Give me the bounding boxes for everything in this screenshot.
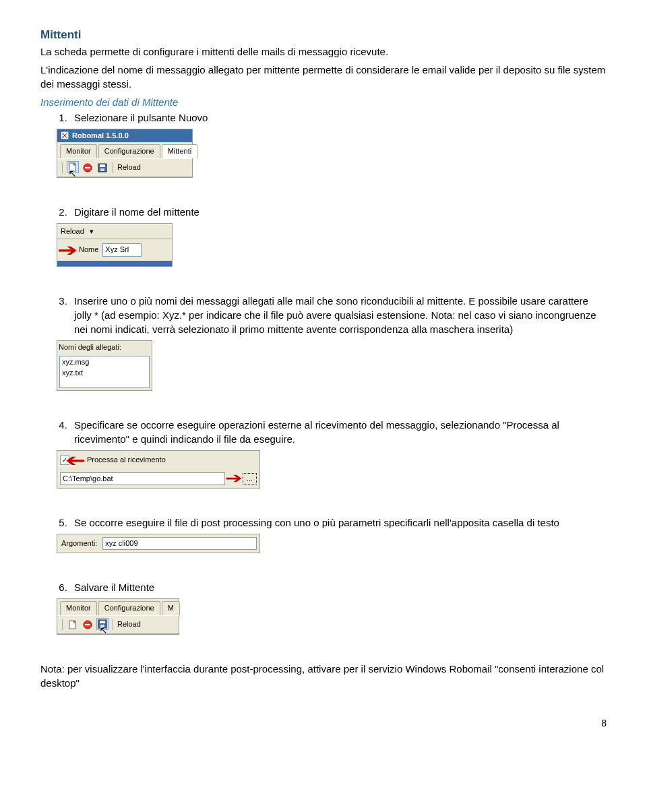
step-6: Salvare il Mittente	[70, 580, 607, 594]
toolbar-separator	[113, 619, 113, 630]
screenshot-name-field: Reload ▾ ➔ Nome Xyz Srl	[57, 223, 173, 267]
svg-rect-9	[85, 624, 90, 625]
dropdown-icon[interactable]: ▾	[90, 226, 94, 237]
name-input[interactable]: Xyz Srl	[102, 243, 142, 256]
toolbar-separator	[113, 162, 113, 173]
window-titlebar: Robomal 1.5.0.0	[57, 129, 192, 142]
toolbar-separator	[62, 619, 63, 630]
attachments-label: Nomi degli allegati:	[57, 341, 152, 354]
browse-button[interactable]: ...	[243, 473, 257, 485]
svg-rect-3	[85, 167, 90, 168]
attachments-list[interactable]: xyz.msg xyz.txt	[59, 356, 150, 388]
section-title: Mittenti	[40, 27, 607, 43]
screenshot-attachments: Nomi degli allegati: xyz.msg xyz.txt	[57, 340, 152, 391]
tab-configurazione[interactable]: Configurazione	[98, 601, 160, 615]
toolbar: Reload ▾	[57, 224, 172, 239]
reload-button[interactable]: Reload	[61, 226, 84, 237]
attachment-item: xyz.txt	[62, 368, 147, 378]
screenshot-arguments: Argomenti: xyz cli009	[57, 534, 260, 553]
footer-note: Nota: per visualizzare l'interfaccia dur…	[40, 662, 607, 690]
step-2: Digitare il nome del mittente	[70, 205, 607, 219]
executable-path-input[interactable]: C:\Temp\go.bat	[60, 472, 225, 485]
subsection-title: Inserimento dei dati di Mittente	[40, 95, 607, 109]
tab-mittenti[interactable]: Mittenti	[162, 144, 197, 158]
toolbar: ↖ Reload	[57, 615, 179, 634]
tab-monitor[interactable]: Monitor	[60, 144, 97, 158]
process-checkbox-label: Processa al ricevimento	[86, 454, 167, 466]
screenshot-toolbar-save: Monitor Configurazione M ↖ Reload	[57, 598, 179, 635]
delete-button-icon[interactable]	[82, 162, 94, 174]
step-4: Specificare se occorre eseguire operazio…	[70, 418, 607, 446]
step-3: Inserire uno o più nomi dei messaggi all…	[70, 294, 607, 336]
tab-monitor[interactable]: Monitor	[60, 601, 97, 615]
name-field-label: Nome	[78, 243, 100, 256]
page-number: 8	[40, 717, 607, 730]
arguments-label: Argomenti:	[60, 537, 98, 550]
tab-m[interactable]: M	[162, 601, 180, 615]
arguments-input[interactable]: xyz cli009	[102, 537, 257, 550]
screenshot-process-on-receive: ✓ ➔ Processa al ricevimento C:\Temp\go.b…	[57, 450, 260, 489]
intro-paragraph-1: La scheda permette di configurare i mitt…	[40, 44, 607, 59]
attachment-item: xyz.msg	[62, 357, 147, 367]
app-icon	[60, 131, 69, 140]
toolbar: ↖ Reload	[57, 158, 192, 177]
svg-rect-5	[100, 164, 105, 167]
tab-bar: Monitor Configurazione Mittenti	[57, 142, 192, 158]
screenshot-toolbar-new: Robomal 1.5.0.0 Monitor Configurazione M…	[57, 129, 193, 178]
new-button-icon[interactable]	[67, 619, 79, 631]
app-title: Robomal 1.5.0.0	[72, 131, 129, 141]
intro-paragraph-2: L'indicazione del nome di messaggio alle…	[40, 63, 607, 91]
step-1: Selezionare il pulsante Nuovo	[70, 111, 607, 125]
tab-configurazione[interactable]: Configurazione	[98, 144, 160, 158]
step-5: Se occorre eseguire il file di post proc…	[70, 516, 607, 530]
toolbar-separator	[62, 162, 63, 173]
tab-bar: Monitor Configurazione M	[57, 599, 179, 615]
svg-rect-6	[100, 168, 104, 171]
delete-button-icon[interactable]	[82, 619, 94, 631]
save-button-icon[interactable]	[96, 162, 109, 174]
cursor-icon: ↖	[99, 623, 108, 638]
cursor-icon: ↖	[68, 166, 77, 181]
reload-button[interactable]: Reload	[117, 619, 141, 629]
reload-button[interactable]: Reload	[117, 162, 141, 173]
